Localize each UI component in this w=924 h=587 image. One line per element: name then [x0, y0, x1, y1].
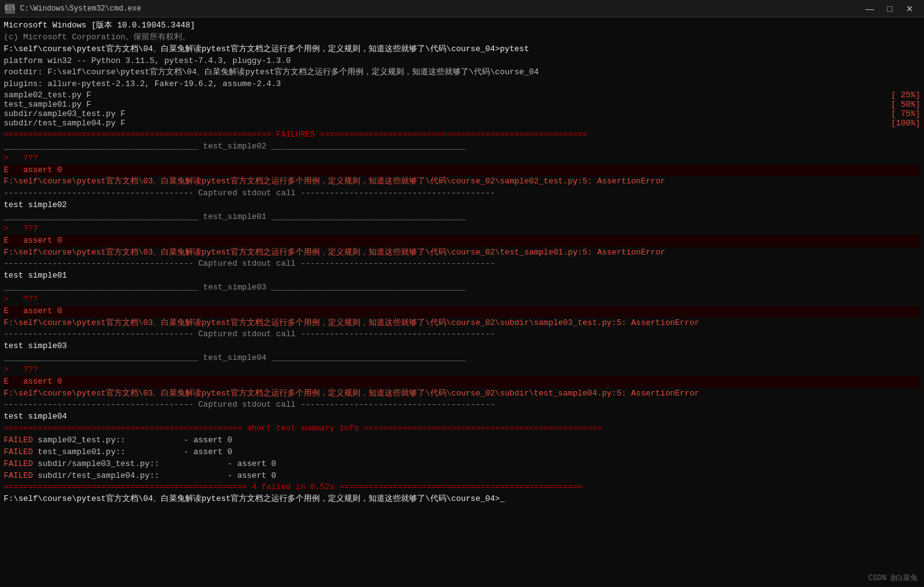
title-bar-left: C:\ C:\Windows\System32\cmd.exe	[5, 4, 141, 14]
progress-left-0: sample02_test.py F	[4, 90, 91, 100]
summary-item-1: FAILED test_sample01.py:: - assert 0	[4, 447, 920, 458]
sections-container: ________________________________________…	[4, 141, 920, 423]
error-path-3: F:\self\course\pytest官方文档\03、白菜兔解读pytest…	[4, 388, 920, 400]
progress-left-1: test_sample01.py F	[4, 100, 91, 109]
cmd-icon: C:\	[5, 4, 15, 14]
section-header-3: ________________________________________…	[4, 352, 920, 364]
progress-right-0: [ 25%]	[891, 90, 920, 100]
progress-left-2: subdir/sample03_test.py F	[4, 109, 125, 119]
section-header-0: ________________________________________…	[4, 141, 920, 153]
summary-item-0: FAILED sample02_test.py:: - assert 0	[4, 435, 920, 447]
window-controls: — □ ✕	[860, 2, 919, 16]
title-bar: C:\ C:\Windows\System32\cmd.exe — □ ✕	[0, 0, 924, 17]
title-bar-text: C:\Windows\System32\cmd.exe	[20, 4, 141, 13]
progress-row-0: sample02_test.py F[ 25%]	[4, 90, 920, 100]
error-path-0: F:\self\course\pytest官方文档\03、白菜兔解读pytest…	[4, 176, 920, 188]
summary-items: FAILED sample02_test.py:: - assert 0FAIL…	[4, 435, 920, 482]
stdout-0: test simple02	[4, 200, 920, 211]
error-line-2: E assert 0	[4, 306, 920, 318]
chevron-line-2: > ???	[4, 294, 920, 306]
fail-file-2: subdir/sample03_test.py:: - assert 0	[38, 459, 276, 468]
chevron-line-0: > ???	[4, 153, 920, 165]
stdout-sep-0: --------------------------------------- …	[4, 188, 920, 200]
progress-rows: sample02_test.py F[ 25%]test_sample01.py…	[4, 90, 920, 128]
fail-status-0: FAILED	[4, 435, 38, 445]
close-button[interactable]: ✕	[900, 2, 919, 16]
fail-file-1: test_sample01.py:: - assert 0	[38, 447, 233, 457]
error-path-2: F:\self\course\pytest官方文档\03、白菜兔解读pytest…	[4, 318, 920, 329]
error-path-1: F:\self\course\pytest官方文档\03、白菜兔解读pytest…	[4, 247, 920, 259]
stdout-3: test simple04	[4, 411, 920, 423]
stdout-sep-2: --------------------------------------- …	[4, 329, 920, 341]
stdout-sep-3: --------------------------------------- …	[4, 399, 920, 411]
header-line-7: plugins: allure-pytest-2.13.2, Faker-19.…	[4, 79, 920, 90]
terminal-window: Microsoft Windows [版本 10.0.19045.3448] (…	[0, 17, 924, 587]
fail-status-1: FAILED	[4, 447, 38, 457]
fail-status-2: FAILED	[4, 459, 38, 468]
fail-status-3: FAILED	[4, 471, 38, 480]
section-header-1: ________________________________________…	[4, 211, 920, 223]
progress-right-2: [ 75%]	[891, 109, 920, 119]
stdout-1: test simple01	[4, 270, 920, 282]
progress-right-3: [100%]	[891, 119, 920, 128]
progress-left-3: subdir/test_sample04.py F	[4, 119, 125, 128]
prompt-line: F:\self\course\pytest官方文档\04、白菜兔解读pytest…	[4, 493, 920, 505]
stdout-2: test simple03	[4, 341, 920, 352]
error-line-3: E assert 0	[4, 376, 920, 388]
header-line-1: (c) Microsoft Corporation。保留所有权利。	[4, 32, 920, 44]
watermark: CSDN @白菜兔	[869, 573, 918, 583]
header-line-5: platform win32 -- Python 3.11.5, pytest-…	[4, 56, 920, 67]
progress-row-3: subdir/test_sample04.py F[100%]	[4, 119, 920, 128]
progress-row-2: subdir/sample03_test.py F[ 75%]	[4, 109, 920, 119]
chevron-line-1: > ???	[4, 223, 920, 235]
fail-file-0: sample02_test.py:: - assert 0	[38, 435, 233, 445]
error-line-1: E assert 0	[4, 235, 920, 247]
progress-row-1: test_sample01.py F[ 50%]	[4, 100, 920, 109]
summary-item-2: FAILED subdir/sample03_test.py:: - asser…	[4, 458, 920, 470]
stdout-sep-1: --------------------------------------- …	[4, 258, 920, 270]
failures-separator: ========================================…	[4, 129, 920, 141]
header-line-6: rootdir: F:\self\course\pytest官方文档\04、白菜…	[4, 67, 920, 79]
header-line-3: F:\self\course\pytest官方文档\04、白菜兔解读pytest…	[4, 44, 920, 56]
minimize-button[interactable]: —	[860, 2, 879, 16]
header-line-0: Microsoft Windows [版本 10.0.19045.3448]	[4, 20, 920, 32]
section-header-2: ________________________________________…	[4, 282, 920, 294]
summary-item-3: FAILED subdir/test_sample04.py:: - asser…	[4, 470, 920, 482]
final-separator: ========================================…	[4, 482, 920, 493]
error-line-0: E assert 0	[4, 165, 920, 177]
progress-right-1: [ 50%]	[891, 100, 920, 109]
maximize-button[interactable]: □	[880, 2, 899, 16]
fail-file-3: subdir/test_sample04.py:: - assert 0	[38, 471, 276, 480]
summary-separator: ========================================…	[4, 423, 920, 435]
chevron-line-3: > ???	[4, 364, 920, 376]
